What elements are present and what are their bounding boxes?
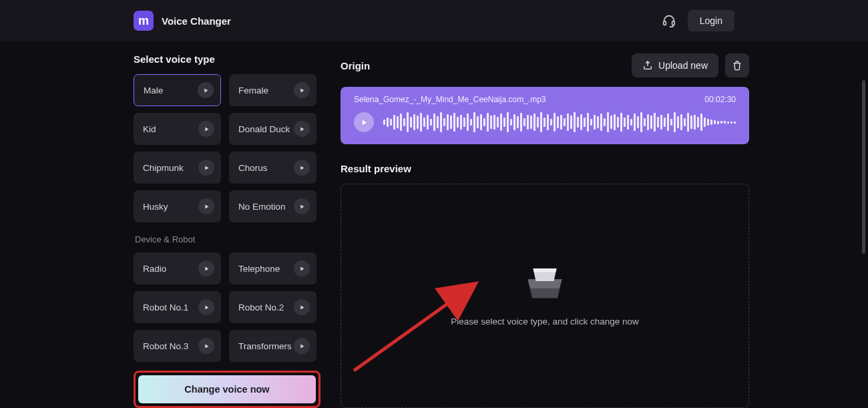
voice-option-telephone[interactable]: Telephone — [229, 252, 316, 284]
play-icon — [299, 165, 305, 171]
login-button[interactable]: Login — [688, 10, 734, 31]
voice-option-husky[interactable]: Husky — [134, 190, 221, 222]
voice-label: Radio — [143, 264, 166, 274]
preview-play-button[interactable] — [198, 198, 214, 214]
voice-label: Robot No.3 — [143, 341, 188, 351]
play-icon — [203, 87, 209, 93]
play-icon — [204, 126, 210, 132]
preview-play-button[interactable] — [198, 338, 214, 354]
preview-play-button[interactable] — [294, 160, 310, 176]
voice-option-female[interactable]: Female — [229, 74, 316, 106]
voice-option-kid[interactable]: Kid — [134, 113, 221, 145]
preview-play-button[interactable] — [198, 260, 214, 276]
voice-label: Chipmunk — [143, 163, 184, 173]
preview-play-button[interactable] — [198, 121, 214, 137]
voice-option-robot-no-3[interactable]: Robot No.3 — [134, 330, 221, 362]
svg-rect-0 — [663, 21, 666, 25]
change-voice-button[interactable]: Change voice now — [138, 375, 316, 403]
voice-label: Robot No.1 — [143, 302, 188, 313]
support-icon[interactable] — [660, 11, 678, 30]
empty-tray-icon — [521, 266, 569, 302]
voice-option-chipmunk[interactable]: Chipmunk — [134, 152, 221, 184]
voice-label: Robot No.2 — [238, 302, 284, 313]
app-title: Voice Changer — [162, 15, 231, 27]
topbar-left: m Voice Changer — [134, 11, 231, 31]
voice-option-radio[interactable]: Radio — [134, 252, 221, 284]
app-logo: m — [134, 11, 154, 31]
voice-option-no-emotion[interactable]: No Emotion — [229, 190, 316, 222]
waveform[interactable] — [383, 111, 736, 134]
preview-play-button[interactable] — [294, 260, 310, 276]
result-preview-box: Please select voice type, and click chan… — [341, 184, 749, 408]
voice-label: Kid — [143, 124, 156, 134]
upload-icon — [642, 60, 653, 71]
select-voice-title: Select voice type — [134, 53, 320, 65]
sidebar: Select voice type MaleFemaleKidDonald Du… — [134, 53, 320, 408]
voice-label: Donald Duck — [238, 124, 290, 134]
topbar: m Voice Changer Login — [0, 0, 868, 41]
voice-label: Husky — [143, 202, 168, 212]
play-icon — [204, 165, 210, 171]
voice-label: No Emotion — [238, 202, 286, 212]
play-icon — [204, 204, 210, 210]
upload-new-button[interactable]: Upload new — [632, 53, 718, 77]
voice-label: Female — [238, 85, 268, 95]
voice-option-chorus[interactable]: Chorus — [229, 152, 316, 184]
audio-card: Selena_Gomez_-_My_Mind_Me_CeeNaija.com_.… — [341, 87, 749, 144]
svg-rect-1 — [672, 21, 674, 25]
origin-title: Origin — [341, 60, 370, 71]
result-help-text: Please select voice type, and click chan… — [451, 317, 638, 327]
audio-filename: Selena_Gomez_-_My_Mind_Me_CeeNaija.com_.… — [354, 95, 546, 104]
group-device-label: Device & Robot — [135, 234, 316, 244]
play-icon — [299, 343, 305, 349]
topbar-right: Login — [660, 10, 734, 31]
upload-new-label: Upload new — [658, 60, 708, 71]
preview-play-button[interactable] — [294, 198, 310, 214]
play-icon — [299, 304, 305, 311]
preview-play-button[interactable] — [198, 299, 214, 315]
voice-option-male[interactable]: Male — [134, 74, 221, 106]
voice-option-donald-duck[interactable]: Donald Duck — [229, 113, 316, 145]
play-audio-button[interactable] — [354, 112, 374, 132]
page-scrollbar[interactable] — [862, 80, 865, 254]
play-icon — [299, 126, 305, 132]
voice-label: Chorus — [238, 163, 268, 173]
play-icon — [204, 304, 210, 311]
delete-button[interactable] — [725, 53, 749, 77]
voice-label: Transformers — [238, 341, 292, 351]
voice-label: Telephone — [238, 264, 280, 274]
voice-option-robot-no-2[interactable]: Robot No.2 — [229, 291, 316, 323]
trash-icon — [732, 60, 742, 71]
play-icon — [299, 204, 305, 210]
voice-option-transformers[interactable]: Transformers — [229, 330, 316, 362]
preview-play-button[interactable] — [294, 82, 310, 98]
result-title: Result preview — [341, 163, 749, 174]
voice-list: MaleFemaleKidDonald DuckChipmunkChorusHu… — [134, 74, 320, 367]
play-icon — [361, 119, 368, 126]
preview-play-button[interactable] — [294, 338, 310, 354]
preview-play-button[interactable] — [198, 82, 214, 98]
play-icon — [204, 343, 210, 349]
cta-highlight-frame: Change voice now — [134, 371, 320, 408]
voice-label: Male — [144, 85, 163, 95]
preview-play-button[interactable] — [294, 299, 310, 315]
play-icon — [299, 87, 305, 93]
play-icon — [299, 266, 305, 272]
svg-marker-5 — [533, 268, 556, 272]
preview-play-button[interactable] — [198, 160, 214, 176]
main-panel: Origin Upload new Selena_Gomez_ — [341, 53, 749, 408]
audio-duration: 00:02:30 — [704, 95, 736, 104]
voice-option-robot-no-1[interactable]: Robot No.1 — [134, 291, 221, 323]
preview-play-button[interactable] — [294, 121, 310, 137]
play-icon — [204, 266, 210, 272]
